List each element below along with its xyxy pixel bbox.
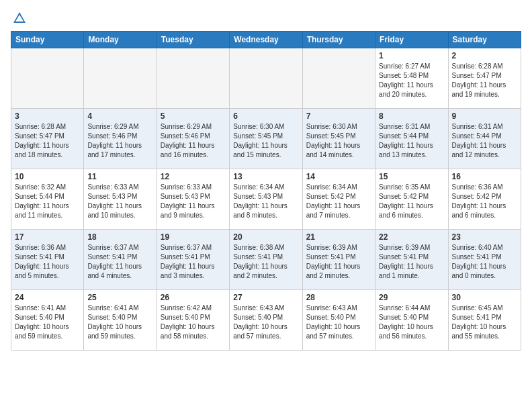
calendar-cell: 7Sunrise: 6:30 AMSunset: 5:45 PMDaylight… xyxy=(302,109,375,169)
day-number: 23 xyxy=(452,232,517,242)
calendar-week-2: 3Sunrise: 6:28 AMSunset: 5:47 PMDaylight… xyxy=(11,109,521,169)
day-info: Sunrise: 6:45 AMSunset: 5:41 PMDaylight:… xyxy=(452,304,517,341)
calendar-cell: 12Sunrise: 6:33 AMSunset: 5:43 PMDayligh… xyxy=(157,169,229,230)
day-number: 18 xyxy=(87,232,152,242)
day-number: 12 xyxy=(161,172,226,181)
calendar-cell: 17Sunrise: 6:36 AMSunset: 5:41 PMDayligh… xyxy=(11,230,84,290)
day-number: 2 xyxy=(452,51,517,60)
day-info: Sunrise: 6:38 AMSunset: 5:41 PMDaylight:… xyxy=(233,243,298,281)
calendar-cell: 3Sunrise: 6:28 AMSunset: 5:47 PMDaylight… xyxy=(11,109,84,169)
day-info: Sunrise: 6:43 AMSunset: 5:40 PMDaylight:… xyxy=(233,304,298,341)
calendar-cell: 4Sunrise: 6:29 AMSunset: 5:46 PMDaylight… xyxy=(84,109,157,169)
day-number: 16 xyxy=(452,172,517,181)
day-info: Sunrise: 6:29 AMSunset: 5:46 PMDaylight:… xyxy=(87,122,152,160)
day-number: 20 xyxy=(233,232,298,242)
day-number: 26 xyxy=(161,293,226,302)
calendar-cell: 24Sunrise: 6:41 AMSunset: 5:40 PMDayligh… xyxy=(11,290,84,351)
day-info: Sunrise: 6:44 AMSunset: 5:40 PMDaylight:… xyxy=(379,304,444,341)
day-number: 10 xyxy=(15,172,80,181)
calendar-header-row: SundayMondayTuesdayWednesdayThursdayFrid… xyxy=(11,32,521,48)
calendar-cell: 9Sunrise: 6:31 AMSunset: 5:44 PMDaylight… xyxy=(448,109,521,169)
day-info: Sunrise: 6:39 AMSunset: 5:41 PMDaylight:… xyxy=(306,243,371,281)
weekday-header-sunday: Sunday xyxy=(11,32,84,48)
calendar-cell: 13Sunrise: 6:34 AMSunset: 5:43 PMDayligh… xyxy=(230,169,302,230)
calendar-cell: 30Sunrise: 6:45 AMSunset: 5:41 PMDayligh… xyxy=(448,290,521,351)
calendar-cell: 23Sunrise: 6:40 AMSunset: 5:41 PMDayligh… xyxy=(448,230,521,290)
day-info: Sunrise: 6:43 AMSunset: 5:40 PMDaylight:… xyxy=(306,304,371,341)
calendar-cell: 28Sunrise: 6:43 AMSunset: 5:40 PMDayligh… xyxy=(302,290,375,351)
weekday-header-friday: Friday xyxy=(375,32,448,48)
calendar-cell: 1Sunrise: 6:27 AMSunset: 5:48 PMDaylight… xyxy=(375,48,448,109)
day-info: Sunrise: 6:37 AMSunset: 5:41 PMDaylight:… xyxy=(161,243,226,281)
calendar-table: SundayMondayTuesdayWednesdayThursdayFrid… xyxy=(11,31,521,351)
calendar-cell: 6Sunrise: 6:30 AMSunset: 5:45 PMDaylight… xyxy=(230,109,302,169)
calendar-cell: 10Sunrise: 6:32 AMSunset: 5:44 PMDayligh… xyxy=(11,169,84,230)
day-info: Sunrise: 6:35 AMSunset: 5:42 PMDaylight:… xyxy=(379,183,444,220)
calendar-week-1: 1Sunrise: 6:27 AMSunset: 5:48 PMDaylight… xyxy=(11,48,521,109)
calendar-cell xyxy=(157,48,229,109)
day-info: Sunrise: 6:36 AMSunset: 5:42 PMDaylight:… xyxy=(452,183,517,220)
calendar-cell: 29Sunrise: 6:44 AMSunset: 5:40 PMDayligh… xyxy=(375,290,448,351)
calendar-cell: 5Sunrise: 6:29 AMSunset: 5:46 PMDaylight… xyxy=(157,109,229,169)
calendar-cell: 21Sunrise: 6:39 AMSunset: 5:41 PMDayligh… xyxy=(302,230,375,290)
calendar-cell xyxy=(302,48,375,109)
day-info: Sunrise: 6:27 AMSunset: 5:48 PMDaylight:… xyxy=(379,62,444,99)
day-number: 13 xyxy=(233,172,298,181)
day-number: 7 xyxy=(306,111,371,121)
day-number: 28 xyxy=(306,293,371,302)
day-info: Sunrise: 6:41 AMSunset: 5:40 PMDaylight:… xyxy=(87,304,152,341)
day-number: 29 xyxy=(379,293,444,302)
day-number: 6 xyxy=(233,111,298,121)
page-header xyxy=(11,11,521,26)
day-info: Sunrise: 6:42 AMSunset: 5:40 PMDaylight:… xyxy=(161,304,226,341)
calendar-cell: 25Sunrise: 6:41 AMSunset: 5:40 PMDayligh… xyxy=(84,290,157,351)
calendar-cell: 19Sunrise: 6:37 AMSunset: 5:41 PMDayligh… xyxy=(157,230,229,290)
calendar-cell: 16Sunrise: 6:36 AMSunset: 5:42 PMDayligh… xyxy=(448,169,521,230)
day-info: Sunrise: 6:34 AMSunset: 5:42 PMDaylight:… xyxy=(306,183,371,220)
day-number: 19 xyxy=(161,232,226,242)
weekday-header-tuesday: Tuesday xyxy=(157,32,229,48)
calendar-cell: 15Sunrise: 6:35 AMSunset: 5:42 PMDayligh… xyxy=(375,169,448,230)
day-number: 27 xyxy=(233,293,298,302)
weekday-header-wednesday: Wednesday xyxy=(230,32,302,48)
calendar-cell: 14Sunrise: 6:34 AMSunset: 5:42 PMDayligh… xyxy=(302,169,375,230)
calendar-cell: 8Sunrise: 6:31 AMSunset: 5:44 PMDaylight… xyxy=(375,109,448,169)
calendar-cell: 27Sunrise: 6:43 AMSunset: 5:40 PMDayligh… xyxy=(230,290,302,351)
day-info: Sunrise: 6:30 AMSunset: 5:45 PMDaylight:… xyxy=(233,122,298,160)
day-info: Sunrise: 6:33 AMSunset: 5:43 PMDaylight:… xyxy=(161,183,226,220)
day-info: Sunrise: 6:30 AMSunset: 5:45 PMDaylight:… xyxy=(306,122,371,160)
calendar-cell: 2Sunrise: 6:28 AMSunset: 5:47 PMDaylight… xyxy=(448,48,521,109)
weekday-header-saturday: Saturday xyxy=(448,32,521,48)
day-info: Sunrise: 6:31 AMSunset: 5:44 PMDaylight:… xyxy=(379,122,444,160)
day-info: Sunrise: 6:37 AMSunset: 5:41 PMDaylight:… xyxy=(87,243,152,281)
day-number: 5 xyxy=(161,111,226,121)
day-number: 11 xyxy=(87,172,152,181)
day-info: Sunrise: 6:36 AMSunset: 5:41 PMDaylight:… xyxy=(15,243,80,281)
calendar-week-5: 24Sunrise: 6:41 AMSunset: 5:40 PMDayligh… xyxy=(11,290,521,351)
day-number: 22 xyxy=(379,232,444,242)
calendar-cell xyxy=(84,48,157,109)
logo-icon xyxy=(12,11,27,28)
day-number: 30 xyxy=(452,293,517,302)
day-number: 14 xyxy=(306,172,371,181)
calendar-cell: 22Sunrise: 6:39 AMSunset: 5:41 PMDayligh… xyxy=(375,230,448,290)
day-number: 1 xyxy=(379,51,444,60)
day-number: 21 xyxy=(306,232,371,242)
day-info: Sunrise: 6:33 AMSunset: 5:43 PMDaylight:… xyxy=(87,183,152,220)
day-number: 15 xyxy=(379,172,444,181)
calendar-cell: 18Sunrise: 6:37 AMSunset: 5:41 PMDayligh… xyxy=(84,230,157,290)
day-number: 17 xyxy=(15,232,80,242)
calendar-cell xyxy=(11,48,84,109)
day-number: 9 xyxy=(452,111,517,121)
day-number: 8 xyxy=(379,111,444,121)
day-info: Sunrise: 6:28 AMSunset: 5:47 PMDaylight:… xyxy=(15,122,80,160)
calendar-cell: 20Sunrise: 6:38 AMSunset: 5:41 PMDayligh… xyxy=(230,230,302,290)
day-info: Sunrise: 6:40 AMSunset: 5:41 PMDaylight:… xyxy=(452,243,517,281)
day-number: 24 xyxy=(15,293,80,302)
day-info: Sunrise: 6:29 AMSunset: 5:46 PMDaylight:… xyxy=(161,122,226,160)
day-info: Sunrise: 6:41 AMSunset: 5:40 PMDaylight:… xyxy=(15,304,80,341)
day-info: Sunrise: 6:32 AMSunset: 5:44 PMDaylight:… xyxy=(15,183,80,220)
logo xyxy=(11,11,27,26)
day-number: 3 xyxy=(15,111,80,121)
day-info: Sunrise: 6:39 AMSunset: 5:41 PMDaylight:… xyxy=(379,243,444,281)
